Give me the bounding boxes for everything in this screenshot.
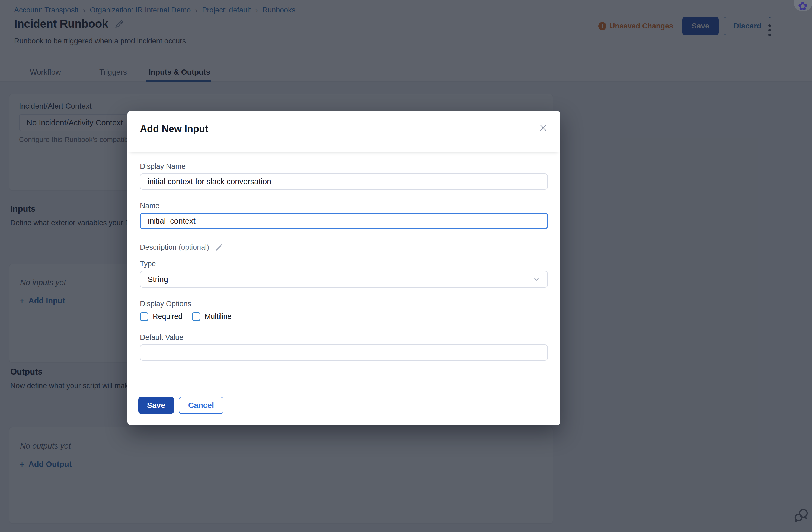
edit-description-pencil-icon[interactable] bbox=[215, 243, 223, 252]
multiline-checkbox[interactable] bbox=[192, 312, 200, 321]
chevron-down-icon bbox=[533, 276, 540, 283]
modal-header: Add New Input bbox=[128, 111, 560, 152]
display-options-label: Display Options bbox=[140, 300, 548, 308]
description-label: Description (optional) bbox=[140, 243, 209, 252]
required-checkbox[interactable] bbox=[140, 312, 148, 321]
screen: Account: Transposit › Organization: IR I… bbox=[0, 0, 812, 532]
modal-title: Add New Input bbox=[140, 123, 548, 135]
modal-save-button[interactable]: Save bbox=[138, 397, 174, 414]
add-new-input-modal: Add New Input Display Name Name Descript… bbox=[128, 111, 560, 425]
flower-icon: ✿ bbox=[798, 1, 807, 12]
type-select-value: String bbox=[147, 275, 168, 284]
display-name-input[interactable] bbox=[140, 173, 548, 190]
description-optional-label: (optional) bbox=[179, 243, 209, 251]
display-name-label: Display Name bbox=[140, 162, 548, 171]
default-value-input[interactable] bbox=[140, 345, 548, 361]
modal-cancel-button[interactable]: Cancel bbox=[179, 397, 223, 414]
type-label: Type bbox=[140, 260, 548, 268]
name-input[interactable] bbox=[140, 213, 548, 229]
name-label: Name bbox=[140, 202, 548, 210]
type-select[interactable]: String bbox=[140, 271, 548, 288]
chat-bubbles-icon[interactable] bbox=[793, 506, 810, 524]
default-value-label: Default Value bbox=[140, 333, 548, 342]
multiline-checkbox-label: Multiline bbox=[205, 312, 232, 321]
close-icon[interactable] bbox=[538, 123, 548, 133]
required-checkbox-label: Required bbox=[153, 312, 183, 321]
modal-footer: Save Cancel bbox=[128, 385, 560, 425]
